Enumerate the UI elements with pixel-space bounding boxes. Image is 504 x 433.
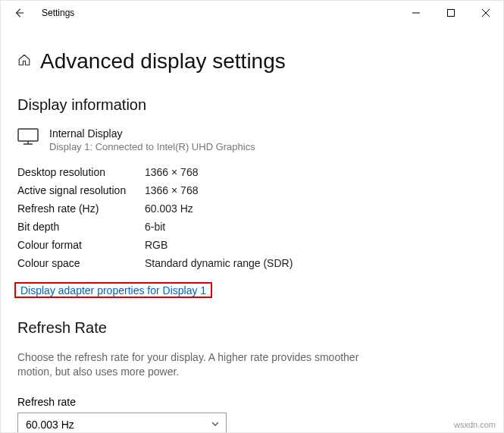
row-desktop-resolution: Desktop resolution 1366 × 768 <box>17 166 487 178</box>
value-refresh-rate: 60.003 Hz <box>145 202 193 215</box>
label-desktop-resolution: Desktop resolution <box>17 166 145 178</box>
value-colour-format: RGB <box>145 239 167 251</box>
refresh-rate-field-label: Refresh rate <box>17 396 487 408</box>
display-device-block: Internal Display Display 1: Connected to… <box>17 127 487 152</box>
display-connection: Display 1: Connected to Intel(R) UHD Gra… <box>49 141 255 152</box>
label-bit-depth: Bit depth <box>17 221 145 233</box>
close-icon <box>482 9 490 17</box>
adapter-link-highlight: Display adapter properties for Display 1 <box>14 282 212 298</box>
refresh-rate-selected-value: 60.003 Hz <box>26 419 74 431</box>
page-content: Advanced display settings Display inform… <box>1 25 503 433</box>
row-colour-format: Colour format RGB <box>17 239 487 251</box>
row-bit-depth: Bit depth 6-bit <box>17 221 487 233</box>
svg-rect-5 <box>18 129 38 141</box>
label-active-resolution: Active signal resolution <box>17 184 145 196</box>
back-button[interactable] <box>7 1 31 25</box>
display-adapter-properties-link[interactable]: Display adapter properties for Display 1 <box>17 283 209 298</box>
home-icon[interactable] <box>17 53 31 71</box>
minimize-icon <box>412 9 420 17</box>
watermark: wsxdn.com <box>454 420 496 429</box>
maximize-icon <box>447 9 455 17</box>
arrow-left-icon <box>14 8 24 18</box>
window-title: Settings <box>42 8 74 18</box>
value-active-resolution: 1366 × 768 <box>145 184 198 196</box>
section-refresh-rate: Refresh Rate Choose the refresh rate for… <box>17 319 487 433</box>
value-desktop-resolution: 1366 × 768 <box>145 166 198 178</box>
chevron-down-icon <box>211 419 220 431</box>
monitor-icon <box>17 127 39 152</box>
close-button[interactable] <box>468 1 503 25</box>
section-refresh-rate-title: Refresh Rate <box>17 319 487 337</box>
row-refresh-rate: Refresh rate (Hz) 60.003 Hz <box>17 202 487 215</box>
page-header: Advanced display settings <box>17 49 487 74</box>
label-colour-space: Colour space <box>17 257 145 269</box>
refresh-rate-description: Choose the refresh rate for your display… <box>17 350 366 379</box>
row-active-resolution: Active signal resolution 1366 × 768 <box>17 184 487 196</box>
value-bit-depth: 6-bit <box>145 221 165 233</box>
section-display-info-title: Display information <box>17 96 487 114</box>
svg-rect-2 <box>448 10 455 17</box>
value-colour-space: Standard dynamic range (SDR) <box>145 257 293 269</box>
label-refresh-rate: Refresh rate (Hz) <box>17 202 145 215</box>
refresh-rate-dropdown[interactable]: 60.003 Hz <box>17 413 227 433</box>
maximize-button[interactable] <box>434 1 468 25</box>
row-colour-space: Colour space Standard dynamic range (SDR… <box>17 257 487 269</box>
label-colour-format: Colour format <box>17 239 145 251</box>
titlebar: Settings <box>1 1 503 25</box>
window-controls <box>399 1 503 25</box>
minimize-button[interactable] <box>399 1 434 25</box>
display-name: Internal Display <box>49 127 255 140</box>
page-title: Advanced display settings <box>40 49 286 74</box>
